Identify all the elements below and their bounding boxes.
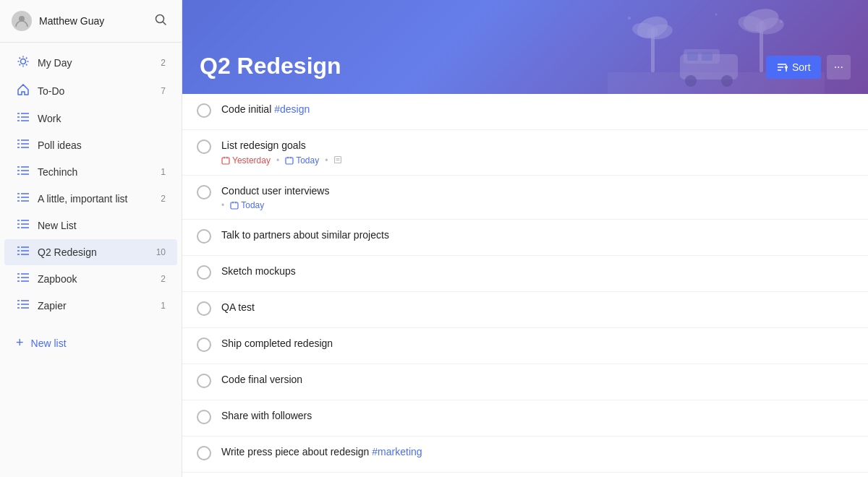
- avatar: [12, 11, 32, 31]
- sun-icon: [16, 56, 30, 70]
- task-item: List redesign goals Yesterday• Today•: [182, 130, 868, 176]
- sidebar-item-my-day[interactable]: My Day2: [4, 49, 177, 77]
- task-checkbox[interactable]: [197, 410, 211, 424]
- task-checkbox[interactable]: [197, 301, 211, 316]
- nav-count: 2: [154, 194, 166, 204]
- sidebar-item-work[interactable]: Work: [4, 106, 177, 132]
- nav-label: My Day: [38, 57, 154, 69]
- add-todo-button[interactable]: + Add a to-do: [182, 473, 868, 477]
- task-title: Code final version: [221, 373, 854, 387]
- sidebar-item-zapier[interactable]: Zapier1: [4, 293, 177, 319]
- note-icon: [333, 155, 342, 166]
- task-content: Code final version: [221, 373, 854, 387]
- task-content: Sketch mockups: [221, 265, 854, 279]
- nav-label: Zapier: [38, 300, 154, 311]
- task-tag: #design: [274, 103, 310, 115]
- sidebar-item-zapbook[interactable]: Zapbook2: [4, 266, 177, 292]
- nav-count: 2: [154, 58, 166, 68]
- list-icon: [16, 139, 30, 152]
- main-content: Q2 Redesign Sort ··· Code initial #desig…: [182, 0, 868, 477]
- header-background-scene: [608, 7, 825, 94]
- sidebar-item-a-little-important[interactable]: A little, important list2: [4, 186, 177, 212]
- more-icon: ···: [834, 61, 843, 74]
- nav-count: 10: [154, 247, 166, 257]
- svg-point-3: [21, 59, 26, 64]
- task-checkbox[interactable]: [197, 265, 211, 280]
- task-title: Conduct user interviews: [221, 184, 854, 199]
- sidebar-item-poll-ideas[interactable]: Poll ideas: [4, 132, 177, 158]
- header-actions: Sort ···: [766, 55, 851, 80]
- svg-rect-85: [286, 158, 293, 164]
- home-icon: [16, 84, 30, 98]
- svg-point-76: [715, 14, 718, 16]
- more-button[interactable]: ···: [827, 55, 851, 80]
- plus-icon: +: [16, 335, 24, 351]
- task-content: Ship completed redesign: [221, 337, 854, 351]
- task-title: Sketch mockups: [221, 265, 854, 279]
- svg-line-9: [26, 64, 27, 66]
- task-checkbox[interactable]: [197, 338, 211, 352]
- task-title: Code initial #design: [221, 103, 854, 117]
- svg-point-75: [780, 20, 783, 23]
- svg-line-8: [20, 58, 21, 59]
- svg-line-2: [163, 22, 166, 25]
- svg-point-77: [628, 17, 631, 20]
- sort-label: Sort: [792, 61, 811, 73]
- task-checkbox[interactable]: [197, 446, 211, 460]
- nav-count: 2: [154, 274, 166, 284]
- task-content: Conduct user interviews • Today: [221, 184, 854, 211]
- task-tag: #marketing: [372, 446, 422, 457]
- task-content: Write press piece about redesign #market…: [221, 445, 854, 460]
- nav-label: Poll ideas: [38, 139, 166, 151]
- list-icon: [16, 219, 30, 232]
- task-due-today: Today: [285, 155, 319, 166]
- nav-label: Q2 Redesign: [38, 246, 154, 258]
- sidebar-item-q2-redesign[interactable]: Q2 Redesign10: [4, 239, 177, 265]
- task-content: Talk to partners about similar projects: [221, 228, 854, 243]
- sidebar-item-techinch[interactable]: Techinch1: [4, 159, 177, 185]
- task-item: Ship completed redesign: [182, 328, 868, 364]
- task-title: Talk to partners about similar projects: [221, 228, 854, 243]
- list-icon: [16, 272, 30, 285]
- sidebar-nav: My Day2 To-Do7 Work Poll idea: [0, 43, 182, 325]
- task-due-date-overdue: Yesterday: [221, 155, 271, 166]
- sort-button[interactable]: Sort: [766, 56, 821, 79]
- task-title: Write press piece about redesign #market…: [221, 445, 854, 460]
- sidebar-item-new-list[interactable]: New List: [4, 212, 177, 239]
- task-checkbox[interactable]: [197, 139, 211, 154]
- nav-label: Zapbook: [38, 273, 154, 285]
- new-list-label: New list: [31, 338, 67, 349]
- list-icon: [16, 192, 30, 205]
- list-icon: [16, 112, 30, 125]
- sidebar-item-to-do[interactable]: To-Do7: [4, 77, 177, 105]
- nav-count: 7: [154, 86, 166, 96]
- svg-rect-82: [222, 158, 229, 164]
- nav-label: Techinch: [38, 166, 154, 178]
- list-icon: [16, 299, 30, 312]
- sidebar-header: Matthew Guay: [0, 0, 182, 43]
- task-meta: • Today: [221, 200, 854, 210]
- list-icon: [16, 246, 30, 259]
- task-checkbox[interactable]: [197, 185, 211, 199]
- task-item: Code initial #design: [182, 94, 868, 130]
- task-due-today: Today: [230, 200, 264, 210]
- svg-line-11: [20, 64, 21, 66]
- task-item: Sketch mockups: [182, 256, 868, 292]
- task-title: Ship completed redesign: [221, 337, 854, 351]
- task-content: Share with followers: [221, 409, 854, 424]
- search-icon[interactable]: [151, 10, 170, 32]
- list-icon: [16, 166, 30, 179]
- task-item: Write press piece about redesign #market…: [182, 437, 868, 473]
- new-list-button[interactable]: + New list: [0, 328, 182, 358]
- page-title: Q2 Redesign: [200, 53, 766, 80]
- task-item: QA test: [182, 292, 868, 328]
- task-checkbox[interactable]: [197, 103, 211, 118]
- svg-line-10: [26, 58, 27, 59]
- task-title: Share with followers: [221, 409, 854, 424]
- task-checkbox[interactable]: [197, 229, 211, 244]
- sidebar: Matthew Guay My Day2 T: [0, 0, 182, 477]
- nav-label: To-Do: [38, 85, 154, 97]
- nav-label: Work: [38, 113, 166, 124]
- task-checkbox[interactable]: [197, 374, 211, 388]
- task-content: List redesign goals Yesterday• Today•: [221, 139, 854, 166]
